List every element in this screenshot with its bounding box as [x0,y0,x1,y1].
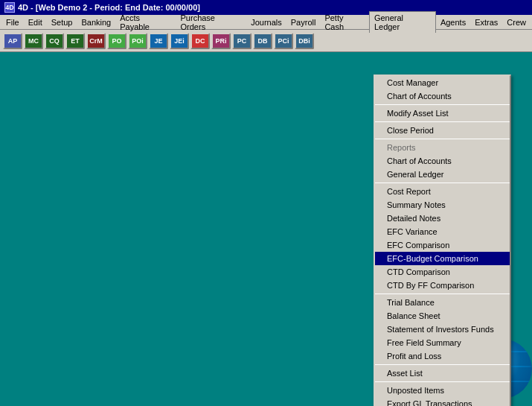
separator-1 [375,104,510,105]
btn-db[interactable]: DB [253,33,272,49]
btn-dc[interactable]: DC [190,33,210,49]
menu-agents[interactable]: Agents [436,16,470,28]
menu-export-gl[interactable]: Export GL Transactions [375,397,510,406]
separator-4 [375,183,510,183]
menu-purchase-orders[interactable]: Purchase Orders [176,12,247,33]
menu-unposted-items[interactable]: Unposted Items [375,384,510,397]
menu-bar: File Edit Setup Banking Accts Payable Pu… [0,15,532,30]
menu-summary-notes[interactable]: Summary Notes [375,198,510,212]
menu-banking[interactable]: Banking [77,16,115,28]
btn-ap[interactable]: AP [3,33,22,49]
main-area: Cost Manager Chart of Accounts Modify As… [0,52,532,399]
btn-pci[interactable]: PCi [274,33,293,49]
menu-cost-report[interactable]: Cost Report [375,185,510,198]
menu-petty-cash[interactable]: Petty Cash [320,12,369,33]
menu-free-field-summary[interactable]: Free Field Summary [375,336,510,349]
menu-ctd-by-ff-comparison[interactable]: CTD By FF Comparison [375,279,510,292]
btn-jei[interactable]: JEi [170,33,189,49]
reports-section-header: Reports [375,141,510,154]
menu-ctd-comparison[interactable]: CTD Comparison [375,265,510,279]
menu-chart-of-accounts-reports[interactable]: Chart of Accounts [375,154,510,168]
menu-crew[interactable]: Crew [502,16,531,28]
btn-crm[interactable]: CrM [86,33,106,49]
menu-general-ledger-report[interactable]: General Ledger [375,168,510,181]
menu-edit[interactable]: Edit [24,16,47,28]
menu-detailed-notes[interactable]: Detailed Notes [375,212,510,225]
btn-je[interactable]: JE [149,33,168,49]
menu-payroll[interactable]: Payroll [286,16,321,28]
separator-2 [375,121,510,122]
btn-dbi[interactable]: DBi [295,33,314,49]
menu-trial-balance[interactable]: Trial Balance [375,296,510,309]
menu-accts-payable[interactable]: Accts Payable [115,12,176,33]
btn-pri[interactable]: PRi [211,33,231,49]
menu-chart-of-accounts-top[interactable]: Chart of Accounts [375,89,510,103]
menu-modify-asset-list[interactable]: Modify Asset List [375,107,510,120]
menu-general-ledger[interactable]: General Ledger [369,11,436,33]
btn-po[interactable]: PO [107,33,126,49]
menu-efc-variance[interactable]: EFC Variance [375,225,510,238]
menu-journals[interactable]: Journals [246,16,286,28]
menu-balance-sheet[interactable]: Balance Sheet [375,309,510,323]
menu-profit-and-loss[interactable]: Profit and Loss [375,349,510,363]
menu-file[interactable]: File [1,16,24,28]
separator-3 [375,139,510,139]
menu-efc-budget-comparison[interactable]: EFC-Budget Comparison [375,252,510,265]
btn-cq[interactable]: CQ [45,33,64,49]
menu-statement-investors-funds[interactable]: Statement of Investors Funds [375,323,510,336]
btn-poi[interactable]: POi [128,33,147,49]
menu-extras[interactable]: Extras [470,16,502,28]
menu-asset-list[interactable]: Asset List [375,367,510,380]
btn-et[interactable]: ET [65,33,85,49]
menu-close-period[interactable]: Close Period [375,124,510,137]
separator-5 [375,294,510,294]
btn-mc[interactable]: MC [24,33,43,49]
separator-7 [375,381,510,382]
menu-cost-manager[interactable]: Cost Manager [375,76,510,89]
separator-6 [375,364,510,365]
app-icon: 4D [4,2,15,13]
menu-setup[interactable]: Setup [47,16,77,28]
menu-efc-comparison[interactable]: EFC Comparison [375,238,510,252]
btn-pc[interactable]: PC [232,33,251,49]
toolbar: AP MC CQ ET CrM PO POi JE JEi DC PRi PC … [0,30,532,52]
title-bar: 4D 4D - [Web Demo 2 - Period: End Date: … [0,0,532,15]
window-title: 4D - [Web Demo 2 - Period: End Date: 00/… [18,3,200,12]
general-ledger-dropdown: Cost Manager Chart of Accounts Modify As… [374,74,511,406]
